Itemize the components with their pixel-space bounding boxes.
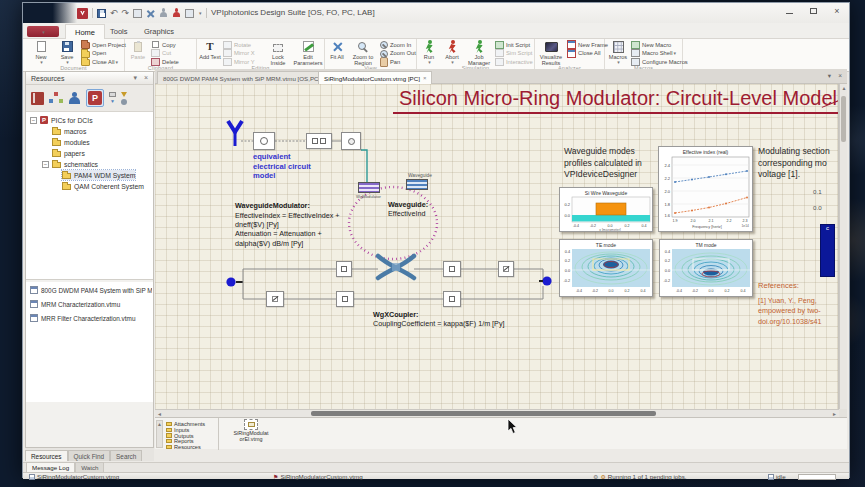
job-manager-button[interactable]: Job Manager [465,40,493,66]
filter-icon[interactable] [121,92,127,97]
sim-script-button[interactable]: Sim Script [495,50,533,57]
figure-effective-index[interactable]: Effective index (real) 2.4 2.2 2.0 1.8 [658,146,753,232]
tab-resources[interactable]: Resources [25,450,68,461]
figure-te-mode[interactable]: TE mode 0.4 0.2 0.0 [559,239,653,297]
status-jobs[interactable]: ⚙ ⚙ Running 1 of 1 pending jobs. [593,473,687,480]
tree-item-qam-coherent-system[interactable]: QAM Coherent System [62,181,144,191]
doc-tab-siring-modulator[interactable]: SiRingModulatorCustom.vtmg [PC]× [318,71,432,84]
open-project-button[interactable]: Open Project [81,41,126,48]
image-icon[interactable] [185,9,194,18]
macro-shell-button[interactable]: Macro Shell▾ [631,50,688,57]
visualize-results-button[interactable]: Visualize Results [537,40,565,66]
close-all-button[interactable]: Close All▾ [81,58,126,65]
figure-tm-mode[interactable]: TM mode 0.4 0.2 0.0 [659,239,753,297]
horizontal-scrollbar[interactable]: ◄ ► [155,409,839,417]
run-gray-icon[interactable] [159,8,168,18]
file-item[interactable]: MRR Filter Characterization.vtmu [30,314,152,322]
mirror-x-button[interactable]: Mirror X [223,50,255,57]
zoom-to-region-button[interactable]: Zoom to Region [349,40,377,66]
new-frame-button[interactable]: New Frame [567,41,608,48]
tree-item-papers[interactable]: papers [52,148,85,158]
tab-close-icon[interactable]: × [423,75,427,81]
status-active-document[interactable]: SiRingModulatorCustom.vtmg [29,473,119,480]
lock-icon[interactable] [109,92,116,97]
file-item[interactable]: 800G DWDM PAM4 System with SiP MRM.vtmu [30,286,152,294]
pan-button[interactable]: Pan [379,58,416,65]
block-dc-source[interactable] [341,132,361,150]
tab-graphics[interactable]: Graphics [135,24,183,39]
vertical-scroll-thumb[interactable] [841,96,846,142]
undo-icon[interactable]: ↶ [110,8,118,18]
redo-icon[interactable]: ↷ [122,8,130,18]
minimize-button[interactable] [783,6,795,16]
block-waveguide[interactable] [406,179,428,190]
mirror-y-button[interactable]: Mirror Y [223,58,255,65]
fit-view-icon[interactable] [144,7,157,20]
panel-close-icon[interactable]: × [144,74,148,81]
tab-home[interactable]: Home [65,24,105,39]
close-button[interactable]: × [831,6,843,16]
fit-all-button[interactable]: Fit All [327,40,347,60]
delete-button[interactable]: Delete [151,58,179,65]
interactive-button[interactable]: Interactive [495,58,533,65]
lock-inside-button[interactable]: Lock Inside [265,40,291,66]
add-text-button[interactable]: TAdd Text [199,40,221,60]
restore-button[interactable] [807,6,819,16]
tree-item-macros[interactable]: macros [52,126,86,136]
status-simulation-document[interactable]: ⚑ SiRingModulatorCustom.vtmg [273,473,363,480]
hierarchy-icon[interactable] [49,92,63,105]
tab-quick-find[interactable]: Quick Find [68,450,111,461]
horizontal-scroll-thumb[interactable] [311,411,656,416]
block-attenuator-left[interactable] [266,291,284,307]
doc-tab-800g-system[interactable]: 800G DWDM PAM4 System with SiP MRM.vtmu … [157,71,333,84]
zoom-in-button[interactable]: Zoom In [379,41,416,48]
vertical-scrollbar[interactable]: ▲ [839,84,847,409]
block-splitter-right[interactable] [443,291,461,307]
init-script-button[interactable]: Init Script [495,41,533,48]
scroll-up-icon[interactable]: ▲ [157,421,162,427]
collapse-icon[interactable]: − [30,117,37,124]
analyzer-close-all-button[interactable]: Close All [567,50,608,57]
block-rotator[interactable] [498,261,514,277]
file-menu-button[interactable]: ▾ [27,26,59,37]
tree-item-pics-for-dcis[interactable]: − P PICs for DCIs [30,115,93,125]
block-signal-generator[interactable] [253,132,275,150]
user-filter-icon[interactable] [121,99,127,105]
tab-tools[interactable]: Tools [101,24,137,39]
tree-item-pam4-wdm-system[interactable]: PAM4 WDM System [62,170,135,180]
file-item[interactable]: MRM Characterization.vtmu [30,300,152,308]
explorer-file-item[interactable]: SiRingModulat orEl.vtmg [221,419,281,449]
save-button[interactable]: Save▾ [55,40,79,65]
block-wg-modulator[interactable] [358,182,380,193]
pin-icon[interactable]: ▾ [133,74,137,82]
block-splitter-left[interactable] [336,291,354,307]
block-driver[interactable] [306,133,332,149]
open-button[interactable]: Open [81,50,126,57]
tab-search[interactable]: Search [110,450,142,461]
cut-button[interactable]: Cut [151,50,179,57]
tab-message-log[interactable]: Message Log [26,462,75,472]
preview-icon[interactable] [133,9,142,18]
new-button[interactable]: New▾ [29,40,53,65]
figure-si-wire-waveguide[interactable]: Si Wire Waveguide 0.2 0.0 -0.4 -0.2 0.0 … [559,187,653,232]
explorer-scroll-strip[interactable]: ▲ [156,420,163,448]
tree-item-schematics[interactable]: − schematics [42,159,98,169]
qat-dropdown-icon[interactable]: ▾ [199,10,202,16]
folder-resources[interactable]: Resources [166,444,216,450]
abort-red-icon[interactable] [172,8,181,18]
copy-button[interactable]: Copy [151,41,179,48]
run-button[interactable]: Run▾ [419,40,439,65]
schematic-canvas[interactable]: Silicon Micro-Ring Modulator: Circuit-Le… [155,84,839,409]
tab-watch[interactable]: Watch [75,462,104,472]
new-macro-button[interactable]: New Macro [631,41,688,48]
collapse-icon[interactable]: − [42,161,49,168]
sort-down-icon[interactable]: ▼ [110,99,115,104]
rotate-button[interactable]: Rotate [223,41,255,48]
scroll-up-icon[interactable]: ▲ [842,85,847,91]
abort-button[interactable]: Abort▾ [441,40,463,65]
block-coupler-right[interactable] [443,261,461,277]
tree-item-modules[interactable]: modules [52,137,90,147]
paste-button[interactable]: Paste [127,40,149,60]
block-coupler-left[interactable] [336,261,352,277]
pics-collection-icon[interactable]: P [86,89,104,107]
